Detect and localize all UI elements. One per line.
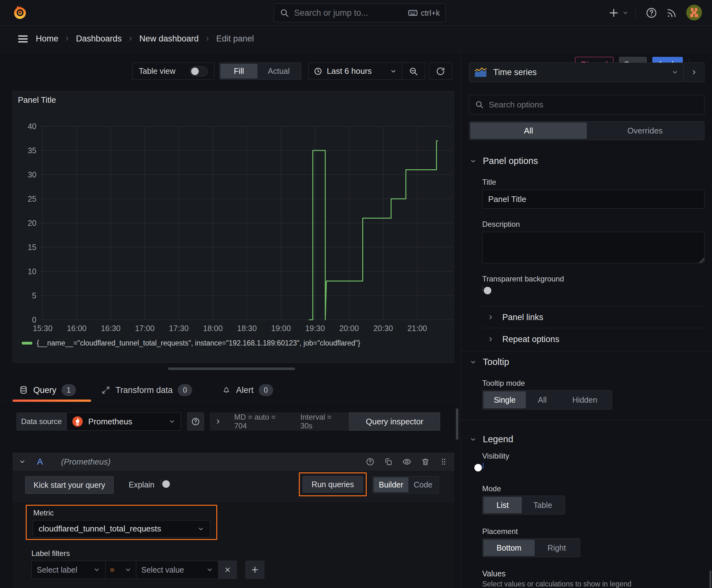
datasource-picker[interactable]: Prometheus	[67, 413, 181, 430]
run-queries-button[interactable]: Run queries	[303, 476, 363, 492]
datasource-help-button[interactable]	[187, 413, 204, 430]
add-button[interactable]	[608, 7, 619, 18]
panel-links-row[interactable]: Panel links	[487, 310, 543, 325]
description-field[interactable]	[482, 232, 705, 263]
tab-alert[interactable]: Alert 0	[222, 381, 273, 400]
legend-table-option[interactable]: Table	[522, 497, 564, 513]
remove-filter-button[interactable]	[218, 561, 237, 579]
legend-list-option[interactable]: List	[483, 497, 522, 513]
menu-toggle-icon[interactable]	[16, 33, 29, 45]
svg-text:5: 5	[32, 291, 37, 300]
rss-icon[interactable]	[666, 8, 677, 19]
max-data-points-stat: MD = auto = 704	[234, 413, 289, 430]
add-filter-button[interactable]	[245, 561, 264, 579]
tab-all[interactable]: All	[470, 123, 587, 139]
refresh-button[interactable]	[429, 63, 452, 80]
svg-text:15: 15	[28, 243, 37, 252]
user-avatar[interactable]	[686, 5, 702, 20]
horizontal-scrollbar[interactable]	[168, 368, 295, 370]
kick-start-button[interactable]: Kick start your query	[25, 476, 114, 494]
search-input[interactable]	[294, 8, 408, 18]
tooltip-hidden-option[interactable]: Hidden	[559, 391, 611, 408]
placement-right-option[interactable]: Right	[535, 540, 579, 556]
table-view-control: Table view	[132, 63, 214, 80]
breadcrumb: Home Dashboards New dashboard Edit panel	[36, 26, 254, 51]
breadcrumb-item[interactable]: Home	[36, 34, 58, 44]
code-tab[interactable]: Code	[408, 478, 438, 492]
placement-bottom-option[interactable]: Bottom	[483, 540, 535, 556]
tab-label: Query	[33, 385, 57, 395]
delete-query-icon[interactable]	[421, 457, 430, 466]
repeat-options-row[interactable]: Repeat options	[487, 332, 559, 347]
expand-viz-options-button[interactable]	[684, 63, 705, 82]
svg-text:10: 10	[28, 267, 37, 276]
add-menu-chevron-icon[interactable]	[622, 10, 628, 16]
tab-label: Transform data	[115, 385, 173, 395]
options-search-input[interactable]	[488, 100, 698, 110]
legend-header[interactable]: Legend	[470, 434, 513, 444]
svg-text:35: 35	[28, 146, 37, 155]
actual-tab[interactable]: Actual	[257, 64, 300, 79]
search-icon	[280, 8, 289, 18]
help-circle-icon	[191, 417, 200, 426]
tab-query[interactable]: Query 1	[19, 381, 76, 400]
prometheus-icon	[72, 416, 83, 427]
visibility-label: Visibility	[482, 452, 509, 460]
svg-text:40: 40	[28, 122, 37, 131]
svg-text:20:00: 20:00	[339, 324, 359, 333]
query-options-bar[interactable]: MD = auto = 704 Interval = 30s	[210, 413, 350, 430]
values-help-text: Select values or calculations to show in…	[482, 580, 632, 588]
select-value-dropdown[interactable]: Select value	[136, 561, 218, 579]
drag-handle-icon[interactable]	[439, 457, 448, 466]
breadcrumb-item[interactable]: New dashboard	[139, 34, 199, 44]
tooltip-mode-switch: Single All Hidden	[482, 390, 612, 410]
table-view-toggle[interactable]	[190, 66, 208, 76]
query-inspector-button[interactable]: Query inspector	[349, 413, 440, 430]
legend-item[interactable]: {__name__="cloudflared_tunnel_total_requ…	[22, 339, 360, 348]
grafana-logo[interactable]	[12, 4, 28, 21]
bell-icon	[222, 385, 231, 395]
select-label-dropdown[interactable]: Select label	[31, 561, 106, 579]
visibility-toggle[interactable]	[483, 463, 483, 469]
transparent-background-toggle[interactable]	[482, 286, 483, 292]
breadcrumb-item[interactable]: Dashboards	[76, 34, 122, 44]
tooltip-single-option[interactable]: Single	[483, 391, 526, 408]
chevron-down-icon	[470, 158, 477, 165]
query-row-header[interactable]: A (Prometheus)	[13, 453, 454, 471]
chevron-down-icon	[206, 566, 213, 573]
fill-tab[interactable]: Fill	[220, 64, 257, 79]
vertical-scrollbar[interactable]	[456, 408, 458, 440]
help-icon[interactable]	[645, 7, 657, 19]
tab-transform[interactable]: Transform data 0	[101, 381, 192, 400]
global-search[interactable]: ctrl+k	[274, 3, 446, 22]
builder-tab[interactable]: Builder	[373, 478, 408, 492]
metric-select[interactable]: cloudflared_tunnel_total_requests	[33, 520, 210, 538]
panel-title[interactable]: Panel Title	[18, 95, 56, 105]
time-range-picker[interactable]: Last 6 hours	[308, 63, 402, 80]
query-help-icon[interactable]	[366, 457, 374, 466]
hide-query-icon[interactable]	[402, 457, 412, 466]
tooltip-header[interactable]: Tooltip	[470, 357, 509, 367]
panel-options-header[interactable]: Panel options	[470, 156, 538, 166]
chevron-down-icon	[390, 68, 397, 75]
svg-text:30: 30	[28, 170, 37, 179]
keyboard-icon	[408, 8, 418, 18]
options-search[interactable]	[469, 95, 705, 114]
zoom-out-button[interactable]	[402, 63, 425, 80]
interval-stat: Interval = 30s	[300, 413, 345, 430]
sidebar-scrollbar[interactable]	[710, 570, 711, 588]
operator-dropdown[interactable]: =	[106, 561, 136, 579]
explain-toggle[interactable]	[161, 479, 161, 485]
visualization-picker[interactable]: Time series	[469, 63, 684, 82]
chevron-right-icon	[691, 69, 697, 76]
tab-overrides[interactable]: Overrides	[587, 123, 703, 139]
legend-mode-label: Mode	[482, 484, 501, 493]
duplicate-query-icon[interactable]	[384, 457, 393, 466]
search-icon	[475, 100, 484, 109]
time-series-chart[interactable]: 051015202530354015:3016:0016:3017:0017:3…	[30, 121, 452, 338]
tooltip-all-option[interactable]: All	[526, 391, 559, 408]
collapse-query-icon[interactable]	[19, 458, 26, 465]
title-field[interactable]	[482, 190, 705, 209]
legend-mode-switch: List Table	[482, 496, 565, 514]
topbar-divider	[635, 7, 636, 19]
